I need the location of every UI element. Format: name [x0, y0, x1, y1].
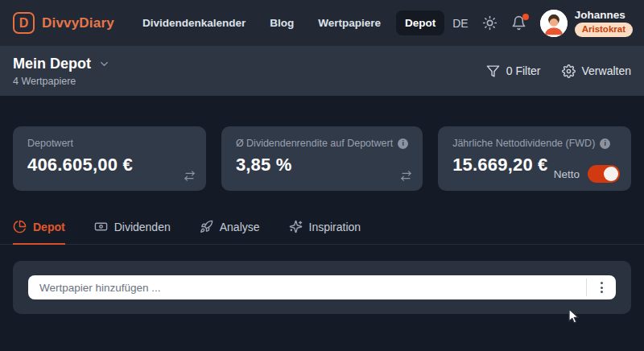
user-menu[interactable]: Johannes Aristokrat	[540, 10, 644, 37]
nav-item-dividendenkalender[interactable]: Dividendenkalender	[134, 10, 254, 35]
notification-dot	[522, 14, 529, 20]
banknote-icon	[94, 220, 108, 233]
manage-button[interactable]: Verwalten	[562, 64, 631, 78]
language-selector[interactable]: DE	[452, 17, 468, 30]
card-value: 3,85 %	[236, 155, 408, 176]
info-icon[interactable]: i	[398, 138, 408, 149]
page-title: Mein Depot	[13, 56, 91, 72]
sun-icon	[482, 15, 497, 31]
kebab-menu-button[interactable]	[587, 275, 616, 299]
card-dividendenrendite: Ø Dividendenrendite auf Depotwert i 3,85…	[221, 126, 423, 191]
tab-analyse[interactable]: Analyse	[200, 220, 260, 245]
nav-item-blog[interactable]: Blog	[261, 10, 303, 35]
card-label-text: Jährliche Nettodividende (FWD)	[452, 138, 595, 149]
nav-item-depot[interactable]: Depot	[396, 10, 444, 35]
rocket-icon	[200, 220, 213, 233]
brand-name: DivvyDiary	[42, 15, 114, 31]
brand-logo[interactable]: D DivvyDiary	[13, 12, 114, 34]
sparkles-icon	[289, 220, 303, 233]
netto-toggle-label: Netto	[554, 168, 580, 180]
add-security-searchbar	[28, 275, 616, 299]
nav-links: Dividendenkalender Blog Wertpapiere Depo…	[134, 10, 444, 35]
netto-toggle-group: Netto	[554, 165, 620, 183]
card-label: Ø Dividendenrendite auf Depotwert i	[236, 138, 408, 149]
depot-panel	[13, 261, 631, 314]
user-meta: Johannes Aristokrat	[575, 10, 633, 37]
tab-label: Inspiration	[309, 221, 361, 233]
tab-dividenden[interactable]: Dividenden	[94, 220, 171, 245]
card-depotwert: Depotwert 406.605,00 €	[13, 126, 206, 191]
securities-count: 4 Wertpapiere	[13, 76, 110, 87]
tab-depot[interactable]: Depot	[13, 220, 65, 245]
top-navbar: D DivvyDiary Dividendenkalender Blog Wer…	[0, 0, 644, 46]
tab-label: Analyse	[220, 221, 260, 233]
card-value: 406.605,00 €	[27, 155, 192, 176]
subheader-actions: 0 Filter Verwalten	[486, 64, 631, 78]
card-label-text: Depotwert	[27, 138, 73, 149]
theme-toggle-button[interactable]	[482, 15, 497, 31]
tab-label: Depot	[33, 221, 65, 233]
depot-title-block: Mein Depot 4 Wertpapiere	[13, 56, 110, 87]
card-nettodividende: Jährliche Nettodividende (FWD) i 15.669,…	[438, 126, 631, 191]
gear-icon	[562, 64, 576, 78]
kebab-dot	[601, 287, 603, 289]
tab-inspiration[interactable]: Inspiration	[289, 220, 361, 245]
divvydiary-logo-icon: D	[13, 12, 35, 34]
content-tabs: Depot Dividenden Analyse Inspiratio	[0, 220, 644, 245]
tab-label: Dividenden	[114, 221, 171, 233]
filter-label: 0 Filter	[506, 64, 541, 77]
card-label: Depotwert	[27, 138, 192, 149]
add-security-input[interactable]	[28, 275, 586, 299]
netto-toggle[interactable]	[588, 165, 620, 183]
filter-funnel-icon	[486, 64, 500, 78]
swap-arrows-icon[interactable]	[400, 170, 412, 182]
chevron-down-icon	[98, 58, 110, 70]
user-name: Johannes	[575, 10, 625, 21]
notifications-button[interactable]	[511, 15, 526, 31]
avatar	[540, 10, 568, 37]
user-badge: Aristokrat	[575, 23, 633, 37]
stat-cards-row: Depotwert 406.605,00 € Ø Dividendenrendi…	[0, 96, 644, 191]
depot-selector[interactable]: Mein Depot	[13, 56, 110, 72]
toggle-knob	[604, 167, 618, 181]
depot-subheader: Mein Depot 4 Wertpapiere 0 Filter	[0, 46, 644, 96]
nav-item-wertpapiere[interactable]: Wertpapiere	[309, 10, 390, 35]
pie-chart-icon	[13, 220, 27, 233]
navbar-right: DE	[452, 10, 644, 37]
filter-button[interactable]: 0 Filter	[486, 64, 541, 78]
kebab-dot	[601, 291, 603, 293]
logo-letter: D	[19, 16, 29, 31]
kebab-dot	[601, 282, 603, 284]
swap-arrows-icon[interactable]	[184, 170, 196, 182]
manage-label: Verwalten	[582, 64, 631, 77]
card-label: Jährliche Nettodividende (FWD) i	[452, 138, 617, 149]
card-label-text: Ø Dividendenrendite auf Depotwert	[236, 138, 393, 149]
info-icon[interactable]: i	[600, 138, 610, 149]
